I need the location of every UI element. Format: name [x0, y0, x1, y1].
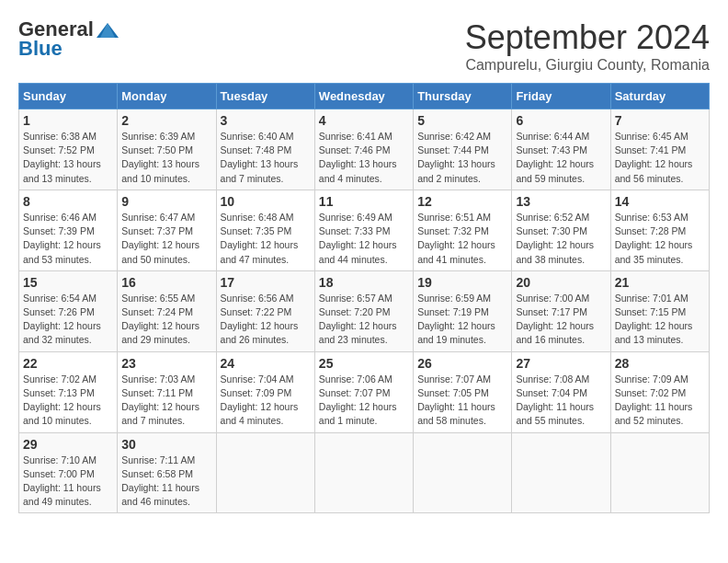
day-number: 12: [417, 194, 507, 209]
day-number: 9: [121, 194, 211, 209]
calendar-cell: 18Sunrise: 6:57 AM Sunset: 7:20 PM Dayli…: [314, 270, 413, 351]
day-detail: Sunrise: 6:42 AM Sunset: 7:44 PM Dayligh…: [417, 130, 507, 186]
day-number: 8: [23, 194, 113, 209]
day-detail: Sunrise: 7:10 AM Sunset: 7:00 PM Dayligh…: [23, 454, 113, 510]
calendar-cell: 20Sunrise: 7:00 AM Sunset: 7:17 PM Dayli…: [512, 270, 610, 351]
calendar-week-4: 22Sunrise: 7:02 AM Sunset: 7:13 PM Dayli…: [19, 351, 710, 432]
day-detail: Sunrise: 7:09 AM Sunset: 7:02 PM Dayligh…: [615, 373, 705, 429]
day-number: 14: [615, 194, 705, 209]
header-saturday: Saturday: [610, 84, 709, 109]
calendar-cell: 19Sunrise: 6:59 AM Sunset: 7:19 PM Dayli…: [414, 270, 512, 351]
calendar-cell: 9Sunrise: 6:47 AM Sunset: 7:37 PM Daylig…: [118, 190, 216, 270]
calendar-cell: [512, 432, 610, 513]
logo: General Blue: [18, 18, 121, 61]
header-thursday: Thursday: [414, 84, 512, 109]
day-number: 30: [121, 437, 211, 452]
day-number: 1: [23, 113, 113, 128]
day-number: 29: [23, 437, 113, 452]
day-number: 15: [23, 275, 113, 290]
day-number: 10: [221, 194, 311, 209]
calendar-cell: 26Sunrise: 7:07 AM Sunset: 7:05 PM Dayli…: [414, 351, 512, 432]
calendar-cell: [314, 432, 413, 513]
calendar-cell: 22Sunrise: 7:02 AM Sunset: 7:13 PM Dayli…: [19, 351, 118, 432]
day-number: 25: [319, 356, 409, 371]
day-detail: Sunrise: 6:53 AM Sunset: 7:28 PM Dayligh…: [615, 211, 705, 267]
calendar-cell: 11Sunrise: 6:49 AM Sunset: 7:33 PM Dayli…: [314, 190, 413, 270]
calendar-table: SundayMondayTuesdayWednesdayThursdayFrid…: [18, 83, 710, 513]
day-detail: Sunrise: 6:44 AM Sunset: 7:43 PM Dayligh…: [516, 130, 606, 186]
header-sunday: Sunday: [19, 84, 118, 109]
calendar-header-row: SundayMondayTuesdayWednesdayThursdayFrid…: [19, 84, 710, 109]
day-detail: Sunrise: 6:52 AM Sunset: 7:30 PM Dayligh…: [516, 211, 606, 267]
day-number: 24: [221, 356, 311, 371]
calendar-cell: 5Sunrise: 6:42 AM Sunset: 7:44 PM Daylig…: [414, 109, 512, 190]
title-area: September 2024 Campurelu, Giurgiu County…: [465, 18, 710, 74]
day-detail: Sunrise: 6:40 AM Sunset: 7:48 PM Dayligh…: [221, 130, 311, 186]
calendar-cell: 29Sunrise: 7:10 AM Sunset: 7:00 PM Dayli…: [19, 432, 118, 513]
calendar-cell: 12Sunrise: 6:51 AM Sunset: 7:32 PM Dayli…: [414, 190, 512, 270]
calendar-cell: 15Sunrise: 6:54 AM Sunset: 7:26 PM Dayli…: [19, 270, 118, 351]
calendar-cell: [610, 432, 709, 513]
header-tuesday: Tuesday: [216, 84, 314, 109]
day-number: 11: [319, 194, 409, 209]
calendar-week-5: 29Sunrise: 7:10 AM Sunset: 7:00 PM Dayli…: [19, 432, 710, 513]
day-detail: Sunrise: 6:57 AM Sunset: 7:20 PM Dayligh…: [319, 292, 409, 348]
calendar-cell: 24Sunrise: 7:04 AM Sunset: 7:09 PM Dayli…: [216, 351, 314, 432]
calendar-cell: 28Sunrise: 7:09 AM Sunset: 7:02 PM Dayli…: [610, 351, 709, 432]
day-detail: Sunrise: 7:03 AM Sunset: 7:11 PM Dayligh…: [121, 373, 211, 429]
day-detail: Sunrise: 6:45 AM Sunset: 7:41 PM Dayligh…: [615, 130, 705, 186]
day-number: 18: [319, 275, 409, 290]
day-detail: Sunrise: 6:48 AM Sunset: 7:35 PM Dayligh…: [221, 211, 311, 267]
day-detail: Sunrise: 7:02 AM Sunset: 7:13 PM Dayligh…: [23, 373, 113, 429]
header-monday: Monday: [118, 84, 216, 109]
logo-blue-text: Blue: [18, 37, 63, 61]
day-detail: Sunrise: 6:39 AM Sunset: 7:50 PM Dayligh…: [121, 130, 211, 186]
day-number: 2: [121, 113, 211, 128]
calendar-cell: 21Sunrise: 7:01 AM Sunset: 7:15 PM Dayli…: [610, 270, 709, 351]
day-number: 13: [516, 194, 606, 209]
day-number: 20: [516, 275, 606, 290]
calendar-cell: 23Sunrise: 7:03 AM Sunset: 7:11 PM Dayli…: [118, 351, 216, 432]
calendar-cell: [414, 432, 512, 513]
calendar-cell: 3Sunrise: 6:40 AM Sunset: 7:48 PM Daylig…: [216, 109, 314, 190]
day-number: 19: [417, 275, 507, 290]
calendar-cell: 1Sunrise: 6:38 AM Sunset: 7:52 PM Daylig…: [19, 109, 118, 190]
day-number: 21: [615, 275, 705, 290]
day-detail: Sunrise: 6:51 AM Sunset: 7:32 PM Dayligh…: [417, 211, 507, 267]
day-detail: Sunrise: 7:08 AM Sunset: 7:04 PM Dayligh…: [516, 373, 606, 429]
calendar-cell: 4Sunrise: 6:41 AM Sunset: 7:46 PM Daylig…: [314, 109, 413, 190]
day-number: 3: [221, 113, 311, 128]
calendar-cell: 13Sunrise: 6:52 AM Sunset: 7:30 PM Dayli…: [512, 190, 610, 270]
subtitle: Campurelu, Giurgiu County, Romania: [465, 57, 710, 74]
day-detail: Sunrise: 6:49 AM Sunset: 7:33 PM Dayligh…: [319, 211, 409, 267]
calendar-cell: 30Sunrise: 7:11 AM Sunset: 6:58 PM Dayli…: [118, 432, 216, 513]
header: General Blue September 2024 Campurelu, G…: [18, 18, 710, 74]
day-number: 22: [23, 356, 113, 371]
day-detail: Sunrise: 7:06 AM Sunset: 7:07 PM Dayligh…: [319, 373, 409, 429]
day-detail: Sunrise: 6:47 AM Sunset: 7:37 PM Dayligh…: [121, 211, 211, 267]
calendar-week-2: 8Sunrise: 6:46 AM Sunset: 7:39 PM Daylig…: [19, 190, 710, 270]
calendar-cell: 27Sunrise: 7:08 AM Sunset: 7:04 PM Dayli…: [512, 351, 610, 432]
calendar-cell: [216, 432, 314, 513]
day-detail: Sunrise: 7:07 AM Sunset: 7:05 PM Dayligh…: [417, 373, 507, 429]
day-number: 26: [417, 356, 507, 371]
day-number: 28: [615, 356, 705, 371]
calendar-cell: 2Sunrise: 6:39 AM Sunset: 7:50 PM Daylig…: [118, 109, 216, 190]
calendar-cell: 25Sunrise: 7:06 AM Sunset: 7:07 PM Dayli…: [314, 351, 413, 432]
day-number: 27: [516, 356, 606, 371]
day-detail: Sunrise: 6:54 AM Sunset: 7:26 PM Dayligh…: [23, 292, 113, 348]
day-detail: Sunrise: 7:04 AM Sunset: 7:09 PM Dayligh…: [221, 373, 311, 429]
day-detail: Sunrise: 7:00 AM Sunset: 7:17 PM Dayligh…: [516, 292, 606, 348]
day-number: 5: [417, 113, 507, 128]
header-friday: Friday: [512, 84, 610, 109]
day-detail: Sunrise: 7:01 AM Sunset: 7:15 PM Dayligh…: [615, 292, 705, 348]
calendar-cell: 6Sunrise: 6:44 AM Sunset: 7:43 PM Daylig…: [512, 109, 610, 190]
calendar-cell: 17Sunrise: 6:56 AM Sunset: 7:22 PM Dayli…: [216, 270, 314, 351]
day-detail: Sunrise: 6:59 AM Sunset: 7:19 PM Dayligh…: [417, 292, 507, 348]
day-number: 6: [516, 113, 606, 128]
main-title: September 2024: [465, 18, 710, 57]
day-number: 16: [121, 275, 211, 290]
day-number: 7: [615, 113, 705, 128]
day-detail: Sunrise: 6:55 AM Sunset: 7:24 PM Dayligh…: [121, 292, 211, 348]
day-detail: Sunrise: 6:56 AM Sunset: 7:22 PM Dayligh…: [221, 292, 311, 348]
